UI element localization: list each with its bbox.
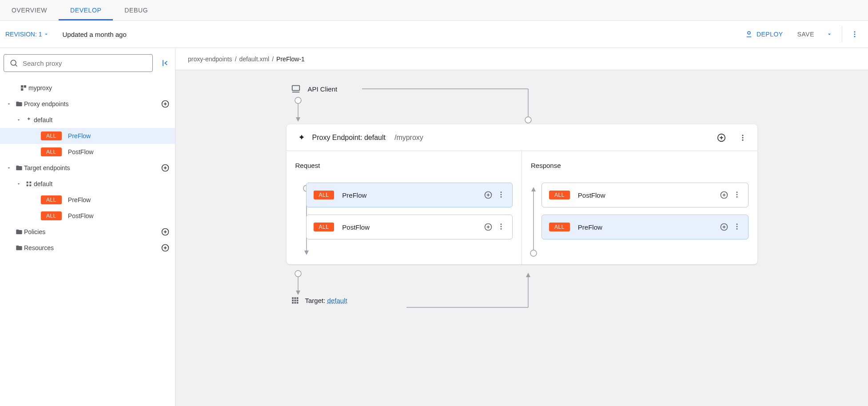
- svg-rect-86: [296, 302, 298, 304]
- tree-policies[interactable]: Policies: [0, 224, 175, 240]
- svg-point-71: [736, 196, 737, 198]
- svg-point-58: [501, 194, 502, 195]
- caret-down-icon: [4, 165, 14, 171]
- tree-proxy-endpoints[interactable]: Proxy endpoints: [0, 96, 175, 112]
- more-vert-icon: [733, 223, 741, 231]
- collapse-sidebar[interactable]: [161, 59, 170, 68]
- more-vert-icon: [497, 191, 505, 199]
- svg-point-77: [736, 228, 737, 230]
- folder-icon: [14, 100, 24, 107]
- tree-target-default[interactable]: default: [0, 176, 175, 192]
- proxy-endpoint-card: Proxy Endpoint: default /myproxy Request…: [287, 124, 757, 264]
- target-label: Target:: [305, 297, 327, 304]
- add-target-endpoint[interactable]: [161, 163, 170, 172]
- tree-target-endpoints[interactable]: Target endpoints: [0, 160, 175, 176]
- svg-rect-18: [27, 182, 28, 183]
- svg-rect-78: [292, 297, 294, 299]
- canvas: proxy-endpoints / default.xml / PreFlow-…: [175, 48, 868, 406]
- monitor-icon: [291, 84, 301, 94]
- response-postflow[interactable]: ALL PostFlow: [542, 183, 749, 207]
- flow-menu[interactable]: [733, 223, 741, 231]
- breadcrumb-part[interactable]: default.xml: [239, 56, 270, 63]
- tree-proxy-preflow[interactable]: ALL PreFlow: [0, 128, 175, 144]
- caret-down-icon: [13, 181, 24, 187]
- svg-rect-8: [21, 85, 23, 88]
- add-step[interactable]: [484, 223, 493, 231]
- response-preflow[interactable]: ALL PreFlow: [542, 215, 749, 239]
- svg-point-4: [854, 36, 856, 37]
- add-resource[interactable]: [161, 243, 170, 252]
- tree-proxy-postflow[interactable]: ALL PostFlow: [0, 144, 175, 160]
- add-step[interactable]: [720, 191, 729, 199]
- flow-menu[interactable]: [733, 191, 741, 199]
- svg-point-65: [501, 228, 502, 230]
- more-menu[interactable]: [847, 26, 863, 42]
- more-vert-icon: [851, 30, 859, 38]
- all-badge: ALL: [314, 223, 334, 231]
- deploy-button[interactable]: DEPLOY: [738, 26, 790, 42]
- svg-line-6: [16, 65, 17, 67]
- search-input[interactable]: [23, 60, 147, 67]
- svg-marker-30: [296, 117, 300, 122]
- tab-overview[interactable]: OVERVIEW: [0, 0, 59, 20]
- dashboard-icon: [19, 84, 28, 92]
- add-proxy-endpoint[interactable]: [161, 100, 170, 108]
- target-link[interactable]: default: [327, 297, 347, 304]
- target-node: Target: default: [291, 296, 757, 304]
- svg-point-33: [525, 117, 531, 123]
- svg-marker-42: [296, 291, 300, 295]
- breadcrumb-part[interactable]: proxy-endpoints: [188, 56, 232, 63]
- tree-proxy-default[interactable]: default: [0, 112, 175, 128]
- flow-menu[interactable]: [497, 191, 505, 199]
- svg-point-0: [748, 32, 750, 34]
- top-tabs: OVERVIEW DEVELOP DEBUG: [0, 0, 868, 21]
- caret-down-icon: [13, 117, 24, 123]
- add-flow[interactable]: [717, 133, 726, 143]
- target-icon: [24, 180, 34, 187]
- endpoint-menu[interactable]: [739, 134, 747, 142]
- all-badge: ALL: [41, 211, 62, 220]
- add-policy[interactable]: [161, 227, 170, 236]
- add-step[interactable]: [720, 223, 729, 231]
- svg-point-5: [11, 60, 16, 65]
- flow-menu[interactable]: [497, 223, 505, 231]
- search-proxy[interactable]: [4, 54, 153, 72]
- breadcrumb-current: PreFlow-1: [276, 56, 305, 63]
- request-title: Request: [295, 162, 513, 169]
- caret-down-icon: [44, 32, 49, 37]
- svg-point-76: [736, 226, 737, 227]
- svg-rect-85: [294, 302, 296, 304]
- tree-resources[interactable]: Resources: [0, 240, 175, 256]
- svg-rect-20: [27, 184, 28, 186]
- more-vert-icon: [497, 223, 505, 231]
- svg-rect-9: [24, 85, 26, 88]
- svg-rect-19: [29, 182, 31, 183]
- svg-point-64: [501, 226, 502, 227]
- tree-target-postflow[interactable]: ALL PostFlow: [0, 208, 175, 224]
- svg-point-53: [742, 139, 743, 140]
- save-dropdown[interactable]: [821, 26, 837, 42]
- svg-rect-80: [296, 297, 298, 299]
- svg-rect-11: [24, 88, 26, 91]
- svg-point-69: [736, 191, 737, 193]
- all-badge: ALL: [314, 191, 334, 199]
- request-preflow[interactable]: ALL PreFlow: [306, 183, 513, 207]
- endpoint-icon: [24, 116, 34, 123]
- revision-dropdown[interactable]: REVISION: 1: [5, 31, 49, 38]
- svg-point-28: [295, 97, 301, 103]
- svg-rect-79: [294, 297, 296, 299]
- request-postflow[interactable]: ALL PostFlow: [306, 215, 513, 239]
- tree-target-preflow[interactable]: ALL PreFlow: [0, 192, 175, 208]
- svg-point-51: [742, 135, 743, 136]
- tree-root[interactable]: myproxy: [0, 80, 175, 96]
- collapse-left-icon: [161, 59, 170, 68]
- save-button[interactable]: SAVE: [790, 26, 821, 42]
- add-step[interactable]: [484, 191, 493, 199]
- tab-debug[interactable]: DEBUG: [113, 0, 159, 20]
- tab-develop[interactable]: DEVELOP: [59, 0, 113, 20]
- api-client-node: API Client: [291, 83, 757, 95]
- more-vert-icon: [733, 191, 741, 199]
- svg-rect-81: [292, 300, 294, 302]
- svg-rect-21: [29, 184, 31, 186]
- response-column: Response ALL PostFlow ALL: [522, 151, 757, 264]
